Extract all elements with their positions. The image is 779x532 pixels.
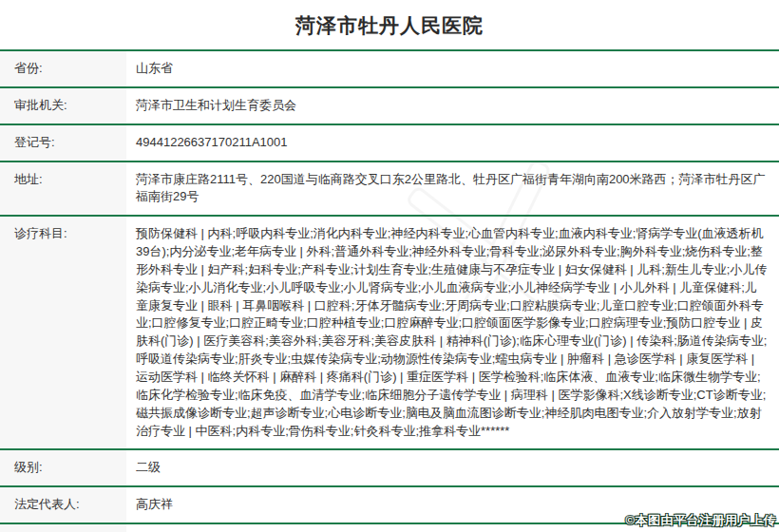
info-table: 省份: 山东省 审批机关: 菏泽市卫生和计划生育委员会 登记号: 4944122… — [0, 49, 779, 532]
row-value: 山东省 — [126, 51, 779, 86]
footer-watermark: ©本图由平台注册用户上传 — [625, 512, 776, 529]
row-registration-number: 登记号: 49441226637170211A1001 — [0, 125, 779, 162]
row-label: 审批机关: — [0, 88, 126, 124]
row-value: 二级 — [126, 450, 779, 485]
row-value: 预防保健科 | 内科;呼吸内科专业;消化内科专业;神经内科专业;心血管内科专业;… — [126, 217, 779, 448]
row-value: 49441226637170211A1001 — [126, 125, 779, 161]
page-title: 菏泽市牡丹人民医院 — [0, 0, 779, 49]
row-label: 地址: — [0, 162, 126, 216]
hospital-info-page: 菏泽市牡丹人民医院 省份: 山东省 审批机关: 菏泽市卫生和计划生育委员会 登记… — [0, 0, 779, 532]
row-label: 级别: — [0, 450, 126, 485]
row-medical-departments: 诊疗科目: 预防保健科 | 内科;呼吸内科专业;消化内科专业;神经内科专业;心血… — [0, 217, 779, 450]
row-label: 登记号: — [0, 125, 126, 161]
row-level: 级别: 二级 — [0, 450, 779, 487]
row-label: 省份: — [0, 51, 126, 86]
row-label: 法定代表人: — [0, 487, 126, 522]
row-value: 菏泽市卫生和计划生育委员会 — [126, 88, 779, 124]
row-approval-authority: 审批机关: 菏泽市卫生和计划生育委员会 — [0, 88, 779, 125]
row-address: 地址: 菏泽市康庄路2111号、220国道与临商路交叉口东2公里路北、牡丹区广福… — [0, 162, 779, 218]
row-label: 主要负责人: — [0, 524, 126, 532]
row-value: 菏泽市康庄路2111号、220国道与临商路交叉口东2公里路北、牡丹区广福街青年湖… — [126, 162, 779, 216]
row-label: 诊疗科目: — [0, 217, 126, 448]
row-province: 省份: 山东省 — [0, 51, 779, 88]
